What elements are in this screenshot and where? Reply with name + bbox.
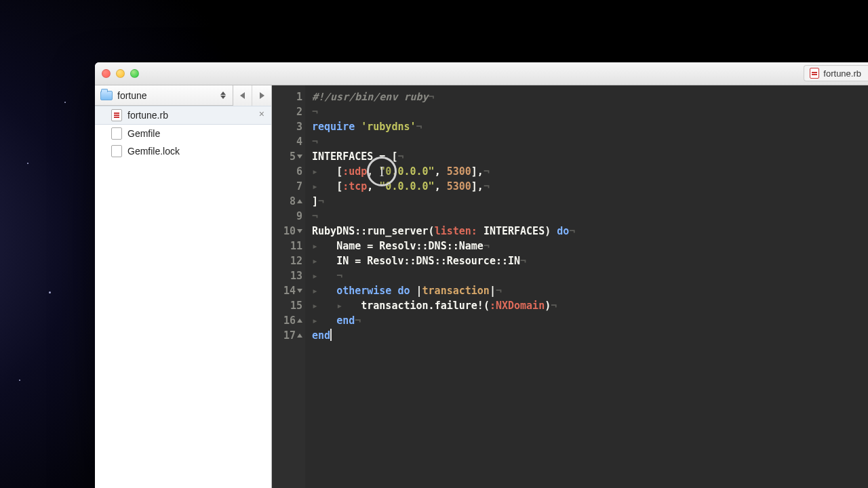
file-name: Gemfile (127, 128, 160, 139)
window-minimize-button[interactable] (116, 69, 125, 78)
window-titlebar[interactable]: fortune.rb (95, 62, 868, 85)
text-file-icon (111, 145, 122, 157)
stepper-icon (220, 92, 227, 99)
code-area[interactable]: #!/usr/bin/env ruby¬ ¬ require 'rubydns'… (305, 85, 868, 488)
folder-name: fortune (117, 90, 216, 101)
folder-icon (100, 91, 113, 100)
ruby-file-icon (111, 109, 122, 121)
file-row-fortune-rb[interactable]: fortune.rb (95, 106, 271, 125)
text-file-icon (111, 127, 122, 140)
file-row-gemfile[interactable]: Gemfile (95, 125, 271, 142)
editor-window: fortune.rb fortune fortune.rb (95, 62, 868, 488)
project-sidebar: fortune fortune.rb Gemfile (95, 85, 272, 488)
open-file-tab[interactable]: fortune.rb (804, 65, 868, 81)
open-file-name: fortune.rb (823, 68, 861, 79)
nav-forward-button[interactable] (252, 85, 271, 106)
file-name: fortune.rb (127, 110, 168, 121)
window-close-button[interactable] (102, 69, 111, 78)
code-editor[interactable]: 1234567891011121314151617 #!/usr/bin/env… (272, 85, 868, 488)
file-row-gemfile-lock[interactable]: Gemfile.lock (95, 142, 271, 160)
line-number-gutter: 1234567891011121314151617 (272, 85, 305, 488)
folder-dropdown[interactable]: fortune (95, 85, 233, 105)
window-zoom-button[interactable] (130, 69, 139, 78)
file-name: Gemfile.lock (127, 146, 180, 157)
nav-back-button[interactable] (233, 85, 252, 106)
file-list: fortune.rb Gemfile Gemfile.lock (95, 106, 271, 488)
ruby-file-icon (810, 68, 819, 79)
